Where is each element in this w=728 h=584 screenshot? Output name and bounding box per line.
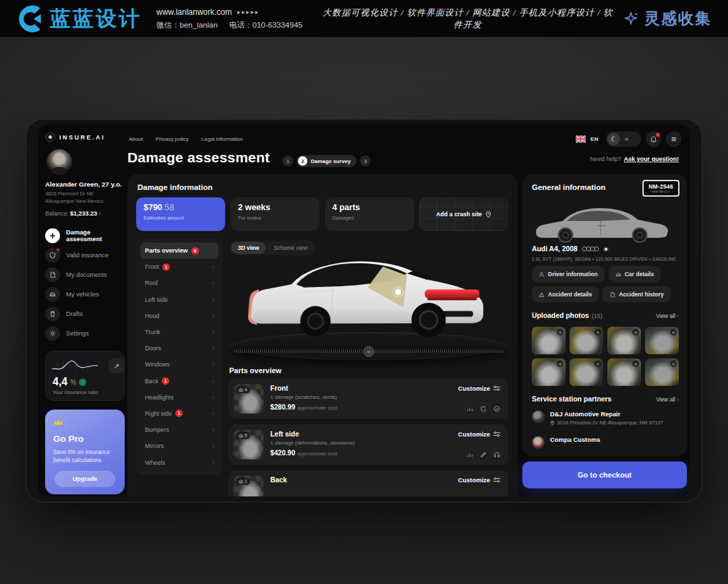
expand-widget-button[interactable] <box>109 358 125 373</box>
car-icon <box>45 287 60 302</box>
sidebar-item-my-documents[interactable]: My documents <box>45 265 126 284</box>
parts-menu-item-back[interactable]: Back1 <box>140 373 218 389</box>
part-photo-thumbnail[interactable]: 5 <box>234 430 264 459</box>
partner-dj-automotive[interactable]: D&J Automotive Repair 3016 Princeton Dr … <box>532 410 679 426</box>
nav-legal-information[interactable]: Legal information <box>202 136 243 142</box>
go-to-checkout-button[interactable]: Go to checkout <box>522 461 687 488</box>
menu-button[interactable] <box>666 131 681 147</box>
parts-menu-item-headlights[interactable]: Headlights <box>140 389 218 405</box>
step-2-active[interactable]: 2 Damage survey <box>297 155 357 167</box>
part-row-left-side[interactable]: 5 Left side 1 damage (deformations, abra… <box>229 424 508 465</box>
insurance-ratio-widget[interactable]: 4,4% Your insurance ratio <box>45 351 125 401</box>
light-mode-icon[interactable] <box>620 133 633 145</box>
rotation-handle[interactable] <box>363 346 374 357</box>
car-3d-viewer[interactable] <box>229 250 509 363</box>
step-1[interactable]: 1 <box>282 156 293 166</box>
headphones-icon[interactable] <box>493 451 500 458</box>
sidebar-item-damage-assessment[interactable]: Damage assessment <box>45 226 126 245</box>
step-3[interactable]: 3 <box>360 156 371 166</box>
damaged-parts-card[interactable]: 4 parts Damaged <box>325 197 414 231</box>
customize-button[interactable]: Customize <box>458 385 500 392</box>
car-icon <box>615 271 621 278</box>
parts-menu-item-hood[interactable]: Hood <box>140 308 218 324</box>
document-icon <box>45 267 60 282</box>
customize-button[interactable]: Customize <box>458 476 500 484</box>
car-details-button[interactable]: Car details <box>609 266 661 282</box>
photo-thumbnail[interactable] <box>532 358 566 386</box>
photo-thumbnail[interactable] <box>570 358 603 386</box>
banner-collect-text: 灵感收集 <box>644 8 712 29</box>
location-pin-icon <box>550 420 555 426</box>
remove-photo-button[interactable] <box>595 329 601 335</box>
parts-menu-item-windows[interactable]: Windows <box>140 356 218 372</box>
accident-details-button[interactable]: Accident details <box>532 286 599 302</box>
estimated-amount-card[interactable]: $790.58 Estimated amount <box>136 197 225 231</box>
photo-thumbnail[interactable] <box>570 327 603 354</box>
parts-menu-item-doors[interactable]: Doors <box>140 340 218 356</box>
remove-photo-button[interactable] <box>632 360 639 367</box>
app-logo[interactable]: INSURE.AI <box>45 132 105 142</box>
view-all-partners-link[interactable]: View all <box>656 396 679 403</box>
parts-menu-item-front[interactable]: Front1 <box>140 259 218 275</box>
refresh-icon[interactable] <box>480 405 487 412</box>
parts-menu-item-mirrors[interactable]: Mirrors <box>140 438 218 454</box>
banner-services: 大数据可视化设计 / 软件界面设计 / 网站建设 / 手机及小程序设计 / 软件… <box>312 7 624 31</box>
nav-privacy-policy[interactable]: Privacy policy <box>156 136 189 142</box>
remove-photo-button[interactable] <box>557 360 564 367</box>
chevron-right-icon: › <box>99 210 101 217</box>
driver-information-button[interactable]: Driver information <box>532 266 605 282</box>
photo-thumbnail[interactable] <box>645 358 679 386</box>
part-row-back[interactable]: 1 Back Customize <box>229 470 508 496</box>
photo-thumbnail[interactable] <box>645 327 679 354</box>
parts-menu: Parts overview4 Front1 Roof Left side Ho… <box>136 239 222 475</box>
stats-icon[interactable] <box>466 405 473 412</box>
app-nav: About Privacy policy Legal information <box>129 136 243 142</box>
theme-toggle[interactable] <box>606 131 641 147</box>
dark-mode-icon[interactable] <box>607 133 620 145</box>
partner-compa-customs[interactable]: Compa Customs <box>532 436 679 449</box>
review-time-card[interactable]: 2 weeks For review <box>231 197 320 231</box>
sidebar-item-drafts[interactable]: Drafts <box>45 304 126 323</box>
ask-question-link[interactable]: Ask your question! <box>624 156 679 162</box>
pen-icon[interactable] <box>480 451 487 458</box>
avatar[interactable] <box>47 149 72 174</box>
customize-button[interactable]: Customize <box>458 430 500 438</box>
remove-photo-button[interactable] <box>670 329 677 335</box>
remove-photo-button[interactable] <box>670 360 677 367</box>
language-selector[interactable]: EN <box>590 136 599 142</box>
remove-photo-button[interactable] <box>595 360 601 367</box>
parts-menu-item-trunk[interactable]: Trunk <box>140 324 218 340</box>
parts-menu-item-wheels[interactable]: Wheels <box>140 454 218 470</box>
chevron-right-icon <box>212 296 214 303</box>
sidebar-item-valid-insurance[interactable]: Valid insurance <box>45 245 126 265</box>
balance[interactable]: Balance:$1,233.23› <box>45 210 126 217</box>
view-all-photos-link[interactable]: View all <box>656 313 679 319</box>
parts-menu-item-bumpers[interactable]: Bumpers <box>140 422 218 438</box>
parts-menu-item-roof[interactable]: Roof <box>140 275 218 291</box>
photo-thumbnail[interactable] <box>532 327 566 354</box>
remove-photo-button[interactable] <box>632 329 639 335</box>
nav-about[interactable]: About <box>129 136 143 142</box>
ratio-label: Your insurance ratio <box>53 389 98 395</box>
parts-menu-item-left-side[interactable]: Left side <box>140 292 218 308</box>
parts-menu-item-overview[interactable]: Parts overview4 <box>140 242 218 259</box>
chevron-right-icon <box>212 329 214 335</box>
remove-photo-button[interactable] <box>557 329 564 335</box>
app-logo-icon <box>45 132 55 142</box>
sidebar-item-my-vehicles[interactable]: My vehicles <box>45 284 126 304</box>
notifications-button[interactable] <box>646 131 661 147</box>
part-photo-thumbnail[interactable]: 1 <box>234 476 264 496</box>
parts-menu-item-right-side[interactable]: Right side1 <box>140 405 218 422</box>
photo-thumbnail[interactable] <box>607 327 641 354</box>
part-photo-thumbnail[interactable]: 4 <box>234 384 264 414</box>
upgrade-button[interactable]: Upgrade <box>55 471 115 487</box>
crown-icon <box>53 418 63 426</box>
check-circle-icon[interactable] <box>493 405 500 412</box>
part-row-front[interactable]: 4 Front 1 damage (scratches, dents) $280… <box>229 379 508 419</box>
add-crash-site-button[interactable]: Add a crash site <box>419 197 508 231</box>
accident-history-button[interactable]: Accident history <box>603 286 671 302</box>
chevron-right-icon <box>212 394 214 401</box>
photo-thumbnail[interactable] <box>607 358 641 386</box>
sidebar-item-settings[interactable]: Settings <box>45 323 126 343</box>
stats-icon[interactable] <box>466 451 473 458</box>
